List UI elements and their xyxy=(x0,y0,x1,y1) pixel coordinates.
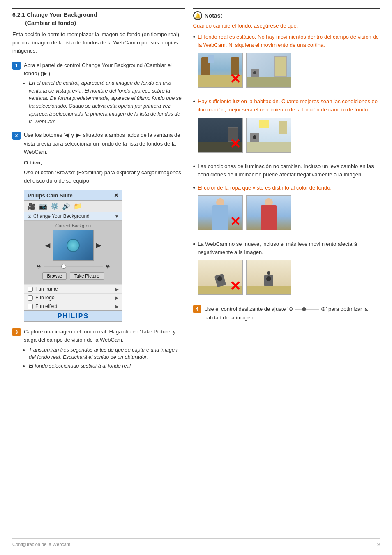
fun-effect-checkbox[interactable] xyxy=(28,304,33,309)
cam-list-item-3[interactable]: Fun effect ▶ xyxy=(24,302,122,310)
nota-1-img-good xyxy=(246,53,291,88)
notas-header: 🔔 Notas: xyxy=(193,11,380,20)
nota-4-img-bad: ✕ xyxy=(198,195,243,230)
cam-footer: PHILIPS xyxy=(24,310,122,321)
nota-5-images: ✕ xyxy=(198,260,380,295)
nota-3-bullet: • xyxy=(193,162,196,170)
step-3-bullet-2: El fondo seleccionado sustituirá al fond… xyxy=(29,362,185,370)
cam-preview-box xyxy=(53,230,94,261)
cam-list-item-2[interactable]: Fun logo ▶ xyxy=(24,293,122,302)
step-1-block: 1 Abra el panel de control Change Your B… xyxy=(12,61,185,127)
step-2-or: O bien, xyxy=(24,159,185,167)
nota-2-bullet: • xyxy=(193,97,196,105)
fun-logo-checkbox[interactable] xyxy=(28,295,33,301)
cam-next-button[interactable]: ▶ xyxy=(96,241,101,249)
footer-left-text: Configuración de la Webcam xyxy=(12,542,70,547)
cam-slider-plus[interactable]: ⊕ xyxy=(105,263,110,270)
take-picture-button[interactable]: Take Picture xyxy=(70,272,104,280)
browse-button[interactable]: Browse xyxy=(42,272,67,280)
fun-frame-label: Fun frame xyxy=(35,286,58,292)
step-3-bullet-1: Transcurrirán tres segundos antes de que… xyxy=(29,346,185,362)
nota-2-images: ✕ xyxy=(198,118,380,153)
nota-4: • El color de la ropa que viste es disti… xyxy=(193,184,380,235)
nota-2-text: Hay suficiente luz en la habitación. Cua… xyxy=(198,97,380,114)
page-footer: Configuración de la Webcam 9 xyxy=(12,538,380,547)
step-1-content: Abra el panel de control Change Your Bac… xyxy=(24,61,185,127)
cam-slider-track[interactable] xyxy=(44,266,103,267)
cam-title-text: Philips Cam Suite xyxy=(28,192,73,199)
notas-icon: 🔔 xyxy=(193,11,202,20)
nota-5-x-mark: ✕ xyxy=(230,280,241,293)
top-divider xyxy=(12,8,185,9)
cam-toolbar-icon-5[interactable]: 📁 xyxy=(74,202,82,210)
cam-preview-controls: ◀ ▶ xyxy=(45,230,101,261)
step-4-num: 4 xyxy=(193,305,201,313)
cam-title-bar: Philips Cam Suite ✕ xyxy=(24,190,122,201)
nota-4-text: El color de la ropa que viste es distint… xyxy=(198,184,332,192)
nota-5-img-good xyxy=(246,260,291,295)
right-column: 🔔 Notas: Cuando cambie el fondo, asegúre… xyxy=(193,8,380,376)
nota-1-x-mark: ✕ xyxy=(230,72,241,86)
cam-list-item-1[interactable]: Fun frame ▶ xyxy=(24,284,122,293)
cam-preview-area: Current Backgrou ◀ ▶ ⊖ ⊕ xyxy=(24,221,122,284)
cam-toolbar: 🎥 📷 ⚙️ 🔊 📁 xyxy=(24,201,122,212)
right-top-divider xyxy=(193,8,380,9)
nota-2: • Hay suficiente luz en la habitación. C… xyxy=(193,97,380,157)
step-2-block: 2 Use los botones '◀' y '▶' situados a a… xyxy=(12,131,185,185)
cam-preview-circle xyxy=(67,239,80,252)
nota-5: • La WebCam no se mueve, incluso el más … xyxy=(193,240,380,300)
cam-toolbar-icon-1[interactable]: 🎥 xyxy=(28,202,36,210)
step-2-content: Use los botones '◀' y '▶' situados a amb… xyxy=(24,131,185,185)
cam-toolbar-icon-3[interactable]: ⚙️ xyxy=(51,202,59,210)
step-1-num: 1 xyxy=(12,62,21,70)
nota-1-images: ✕ xyxy=(198,53,380,88)
nota-1: • El fondo real es estático. No hay movi… xyxy=(193,33,380,92)
fun-logo-arrow: ▶ xyxy=(115,296,119,300)
nota-2-x-mark: ✕ xyxy=(230,137,241,150)
page-container: 6.2.1 Change Your Background (Cambiar el… xyxy=(12,8,380,547)
nota-1-text: El fondo real es estático. No hay movimi… xyxy=(198,33,380,49)
nota-4-img-good xyxy=(246,195,291,230)
notas-title: Notas: xyxy=(205,12,223,19)
cam-close-button[interactable]: ✕ xyxy=(114,192,119,199)
step-1-bullet-1: En el panel de control, aparecerá una im… xyxy=(29,79,185,126)
step-2-num: 2 xyxy=(12,132,21,140)
cam-btn-row: Browse Take Picture xyxy=(42,272,104,280)
page-number: 9 xyxy=(377,542,380,547)
step-3-num: 3 xyxy=(12,328,21,336)
notas-intro: Cuando cambie el fondo, asegúrese de que… xyxy=(193,23,380,29)
cam-slider-knob[interactable] xyxy=(61,264,66,269)
step-3-block: 3 Capture una imagen del fondo real: Hag… xyxy=(12,328,185,371)
slider-plus-icon: ⊕ xyxy=(321,305,326,312)
fun-frame-arrow: ▶ xyxy=(115,287,119,291)
nota-2-img-good xyxy=(246,118,291,153)
nota-4-bullet: • xyxy=(193,184,196,192)
cam-section-label: ☒ Change Your Background xyxy=(28,213,90,219)
fun-frame-checkbox[interactable] xyxy=(28,287,33,292)
slider-minus-icon: ⊖ xyxy=(288,305,293,312)
nota-4-images: ✕ xyxy=(198,195,332,230)
cam-toolbar-icon-4[interactable]: 🔊 xyxy=(62,202,70,210)
nota-5-text: La WebCam no se mueve, incluso el más le… xyxy=(198,240,380,257)
cam-suite-window: Philips Cam Suite ✕ 🎥 📷 ⚙️ 🔊 📁 ☒ Change … xyxy=(24,190,122,322)
cam-section-x-icon: ☒ xyxy=(28,214,32,219)
person-body-good xyxy=(261,205,277,230)
nota-3-text: Las condiciones de iluminación no cambia… xyxy=(198,162,380,179)
nota-5-img-bad: ✕ xyxy=(198,260,243,295)
step-3-content: Capture una imagen del fondo real: Haga … xyxy=(24,328,185,371)
step-4-content: Use el control deslizante de ajuste '⊖ ⊕… xyxy=(205,305,380,322)
cam-slider-minus[interactable]: ⊖ xyxy=(36,263,41,270)
nota-1-img-bad: ✕ xyxy=(198,53,243,88)
section-desc: Esta opción le permite reemplazar la ima… xyxy=(12,30,185,55)
cam-slider-row: ⊖ ⊕ xyxy=(36,263,110,270)
cam-prev-button[interactable]: ◀ xyxy=(45,241,50,249)
fun-effect-label: Fun effect xyxy=(35,303,57,309)
cam-section-dropdown-icon[interactable]: ▼ xyxy=(115,214,119,219)
section-title: 6.2.1 Change Your Background (Cambiar el… xyxy=(12,11,185,27)
cam-section-bar: ☒ Change Your Background ▼ xyxy=(24,212,122,221)
nota-1-bullet: • xyxy=(193,33,196,41)
step-4-block: 4 Use el control deslizante de ajuste '⊖… xyxy=(193,305,380,322)
cam-toolbar-icon-2[interactable]: 📷 xyxy=(39,202,47,210)
nota-3: • Las condiciones de iluminación no camb… xyxy=(193,162,380,179)
slider-demo xyxy=(295,309,319,310)
